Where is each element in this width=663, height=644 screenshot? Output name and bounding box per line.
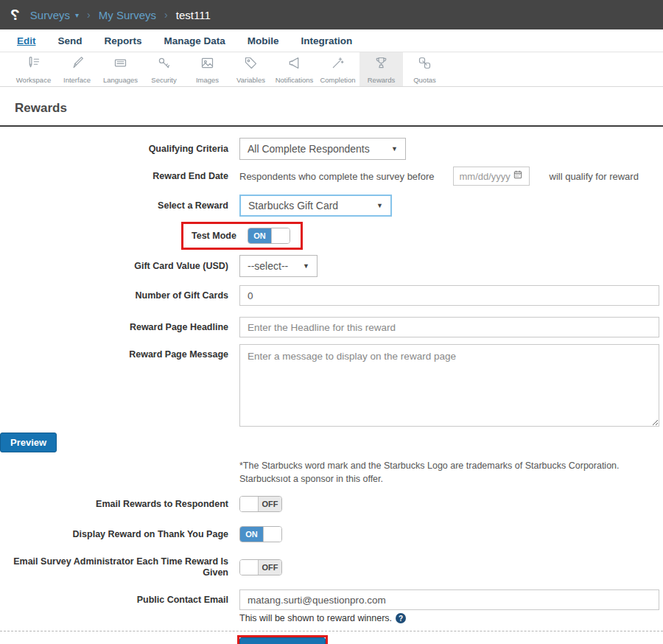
email-admin-toggle[interactable]: OFF — [239, 559, 282, 575]
toolbar-item-notifications[interactable]: Notifications — [273, 52, 316, 86]
toolbar-item-completion[interactable]: Completion — [316, 52, 359, 86]
toggle-on-state: ON — [240, 527, 263, 542]
breadcrumb-separator: › — [164, 9, 168, 21]
questionpro-logo-icon[interactable]: ? — [10, 6, 20, 24]
calendar-icon[interactable] — [513, 169, 523, 183]
toggle-knob — [271, 228, 290, 243]
breadcrumb-surveys[interactable]: Surveys — [30, 9, 70, 21]
help-text: This will be shown to reward winners. — [239, 613, 392, 623]
reward-end-date-row: Reward End Date Respondents who complete… — [0, 167, 663, 186]
toolbar-item-quotas[interactable]: Quotas — [403, 52, 446, 86]
languages-icon — [113, 55, 128, 74]
toolbar-item-label: Quotas — [413, 76, 436, 84]
tab-send[interactable]: Send — [47, 35, 94, 46]
toolbar-item-label: Variables — [236, 76, 265, 84]
save-changes-button[interactable]: Save Changes — [239, 637, 326, 644]
tab-manage-data[interactable]: Manage Data — [153, 35, 236, 46]
qualifying-criteria-value: All Complete Respondents — [248, 143, 370, 155]
headline-input[interactable] — [239, 317, 659, 337]
toolbar-item-workspace[interactable]: Workspace — [12, 52, 55, 86]
toolbar-item-label: Languages — [103, 76, 138, 84]
num-gift-cards-label: Number of Gift Cards — [0, 290, 228, 301]
toolbar-item-variables[interactable]: Variables — [229, 52, 273, 86]
toggle-knob — [240, 560, 259, 575]
starbucks-disclaimer-text: *The Starbucks word mark and the Starbuc… — [239, 460, 661, 486]
gift-card-value-value: --select-- — [248, 260, 288, 272]
email-rewards-row: Email Rewards to Respondent OFF — [0, 496, 663, 512]
notifications-icon — [287, 55, 302, 74]
breadcrumb-survey-name: test111 — [176, 9, 211, 21]
security-icon — [156, 55, 172, 74]
breadcrumb-my-surveys[interactable]: My Surveys — [99, 9, 156, 21]
toolbar-item-label: Images — [196, 76, 219, 84]
chevron-down-icon[interactable]: ▾ — [75, 11, 79, 19]
end-date-prefix-text: Respondents who complete the survey befo… — [239, 171, 435, 182]
images-icon — [200, 55, 215, 74]
select-reward-select[interactable]: Starbucks Gift Card ▼ — [239, 195, 392, 217]
gift-card-value-label: Gift Card Value (USD) — [0, 261, 228, 272]
reward-end-date-label: Reward End Date — [0, 171, 228, 182]
edit-toolbar: Workspace Interface Languages Security I… — [0, 52, 663, 87]
toolbar-item-interface[interactable]: Interface — [55, 52, 99, 86]
toolbar-item-images[interactable]: Images — [186, 52, 229, 86]
help-question-icon[interactable]: ? — [396, 613, 406, 623]
toggle-knob — [263, 527, 281, 542]
tab-mobile[interactable]: Mobile — [236, 35, 290, 46]
tab-edit[interactable]: Edit — [6, 35, 47, 46]
qualifying-criteria-label: Qualifying Criteria — [0, 144, 228, 155]
message-label: Reward Page Message — [0, 344, 228, 360]
select-reward-label: Select a Reward — [0, 200, 228, 211]
qualifying-criteria-select[interactable]: All Complete Respondents ▼ — [239, 138, 406, 160]
page-title: Rewards — [0, 87, 663, 125]
rewards-trophy-icon — [373, 55, 389, 74]
toolbar-item-label: Rewards — [368, 76, 396, 84]
tab-reports[interactable]: Reports — [94, 35, 153, 46]
end-date-input[interactable]: mm/dd/yyyy — [453, 167, 530, 186]
preview-button[interactable]: Preview — [0, 433, 57, 452]
gift-card-value-row: Gift Card Value (USD) --select-- ▼ — [0, 255, 663, 277]
annotation-highlight-save: Save Changes — [237, 635, 328, 644]
toggle-off-state: OFF — [259, 497, 281, 511]
save-row: Save Changes — [237, 635, 663, 644]
end-date-suffix-text: will qualify for reward — [550, 171, 639, 182]
test-mode-row: Test Mode ON — [181, 222, 663, 250]
main-nav: Edit Send Reports Manage Data Mobile Int… — [0, 29, 663, 52]
email-rewards-toggle[interactable]: OFF — [239, 496, 282, 512]
select-caret-icon: ▼ — [303, 262, 309, 270]
headline-row: Reward Page Headline — [0, 317, 663, 337]
select-reward-row: Select a Reward Starbucks Gift Card ▼ — [0, 195, 663, 217]
select-reward-value: Starbucks Gift Card — [248, 200, 338, 211]
display-reward-toggle[interactable]: ON — [239, 526, 282, 542]
toolbar-item-label: Workspace — [16, 76, 51, 84]
toolbar-item-label: Completion — [320, 76, 355, 84]
gift-card-value-select[interactable]: --select-- ▼ — [239, 255, 318, 277]
toolbar-item-label: Interface — [63, 76, 91, 84]
message-textarea[interactable] — [239, 344, 659, 427]
toggle-on-state: ON — [248, 228, 271, 243]
toggle-off-state: OFF — [259, 560, 281, 575]
test-mode-label: Test Mode — [192, 231, 236, 242]
date-placeholder: mm/dd/yyyy — [460, 171, 511, 182]
tab-integration[interactable]: Integration — [290, 35, 364, 46]
num-gift-cards-row: Number of Gift Cards — [0, 285, 663, 306]
toolbar-item-label: Security — [151, 76, 176, 84]
display-reward-row: Display Reward on Thank You Page ON — [0, 526, 663, 542]
toggle-knob — [240, 497, 259, 511]
toolbar-item-label: Notifications — [276, 76, 314, 84]
rewards-form: Qualifying Criteria All Complete Respond… — [0, 127, 663, 644]
top-bar: ? Surveys ▾ › My Surveys › test111 — [0, 0, 663, 29]
message-row: Reward Page Message — [0, 344, 663, 427]
public-email-label: Public Contact Email — [0, 595, 228, 606]
preview-row: Preview — [0, 433, 663, 452]
toolbar-item-languages[interactable]: Languages — [99, 52, 142, 86]
qualifying-criteria-row: Qualifying Criteria All Complete Respond… — [0, 138, 663, 160]
toolbar-item-security[interactable]: Security — [142, 52, 186, 86]
email-admin-label: Email Survey Administrator Each Time Rew… — [0, 556, 228, 578]
toolbar-item-rewards[interactable]: Rewards — [359, 52, 403, 86]
email-rewards-label: Email Rewards to Respondent — [0, 499, 228, 510]
public-email-input[interactable] — [239, 589, 659, 610]
num-gift-cards-input[interactable] — [239, 285, 659, 306]
test-mode-toggle[interactable]: ON — [248, 228, 290, 244]
select-caret-icon: ▼ — [376, 202, 383, 209]
public-email-row: Public Contact Email — [0, 589, 663, 610]
